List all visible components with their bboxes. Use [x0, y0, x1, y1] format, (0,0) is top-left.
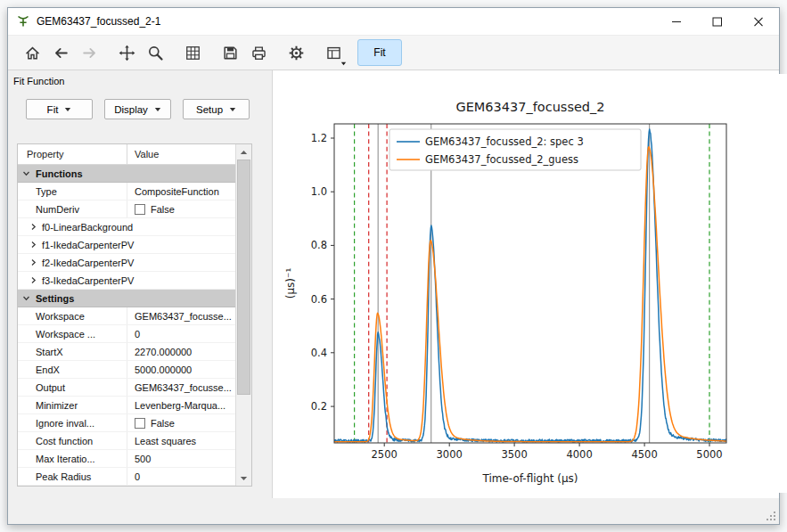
grid-icon — [184, 45, 201, 61]
scrollbar-thumb[interactable] — [237, 160, 250, 395]
section-settings[interactable]: Settings — [18, 290, 236, 307]
checkbox[interactable] — [135, 418, 145, 429]
print-button[interactable] — [245, 39, 272, 66]
x-tick-label: 2500 — [372, 448, 398, 461]
y-tick-label: 1.2 — [311, 132, 327, 144]
fit-panel-buttons: FitDisplaySetup — [8, 99, 265, 119]
property-value[interactable]: 5000.000000 — [127, 361, 236, 378]
scroll-down-icon[interactable] — [236, 471, 251, 486]
grid-button[interactable] — [179, 39, 206, 66]
titlebar[interactable]: GEM63437_focussed_2-1 — [8, 8, 779, 36]
property-value[interactable]: CompositeFunction — [127, 183, 236, 200]
app-window: GEM63437_focussed_2-1 Fit Fit Function F… — [7, 7, 780, 525]
fit-preview-plot[interactable]: 2500300035004000450050000.20.40.60.81.01… — [275, 74, 787, 493]
table-header: Property Value — [18, 144, 236, 165]
section-label: Settings — [36, 293, 74, 304]
property-row-workspace[interactable]: WorkspaceGEM63437_focusse... — [18, 307, 236, 325]
generate-script-button[interactable] — [320, 39, 347, 66]
property-value[interactable]: Least squares — [127, 432, 236, 449]
function-name: f1-IkedaCarpenterPV — [42, 240, 134, 250]
checkbox[interactable] — [135, 204, 145, 215]
close-button[interactable] — [738, 8, 779, 35]
property-name: Ignore inval... — [18, 418, 127, 429]
function-row-f0-linearbackground[interactable]: f0-LinearBackground — [18, 218, 236, 236]
property-value[interactable]: GEM63437_focusse... — [127, 307, 236, 324]
x-tick-label: 3000 — [437, 448, 463, 461]
maximize-button[interactable] — [697, 8, 738, 35]
legend-label: GEM63437_focussed_2_guess — [425, 153, 578, 166]
chevron-down-icon[interactable] — [22, 294, 30, 302]
function-row-f2-ikedacarpenterpv[interactable]: f2-IkedaCarpenterPV — [18, 254, 236, 272]
property-row-workspace[interactable]: Workspace ...0 — [18, 325, 236, 343]
maximize-icon — [712, 17, 723, 27]
property-name: Workspace — [18, 311, 127, 322]
setup-menu-button[interactable]: Setup — [183, 99, 250, 119]
plot-area[interactable]: 2500300035004000450050000.20.40.60.81.01… — [272, 70, 779, 498]
chevron-right-icon[interactable] — [29, 223, 37, 231]
property-row-ignore-inval[interactable]: Ignore inval...False — [18, 414, 236, 432]
save-button[interactable] — [217, 39, 243, 66]
property-name: Workspace ... — [18, 329, 127, 340]
chevron-down-icon[interactable] — [22, 169, 30, 177]
y-tick-label: 0.4 — [311, 347, 327, 359]
fit-button[interactable]: Fit — [357, 39, 402, 66]
zoom-icon — [147, 45, 164, 61]
table-scrollbar[interactable] — [235, 144, 251, 486]
property-row-startx[interactable]: StartX2270.000000 — [18, 343, 236, 361]
property-row-output[interactable]: OutputGEM63437_focusse... — [18, 379, 236, 397]
zoom-button[interactable] — [142, 39, 168, 66]
chevron-right-icon[interactable] — [29, 276, 37, 284]
forward-button[interactable] — [76, 39, 102, 66]
y-tick-label: 0.6 — [311, 293, 327, 306]
chevron-right-icon[interactable] — [29, 258, 37, 266]
close-icon — [753, 17, 764, 27]
property-row-minimizer[interactable]: MinimizerLevenberg-Marqua... — [18, 397, 236, 414]
property-name: Peak Radius — [18, 471, 127, 482]
y-tick-label: 0.2 — [311, 400, 327, 413]
property-value[interactable]: Levenberg-Marqua... — [127, 397, 236, 413]
plot-legend[interactable]: GEM63437_focussed_2: spec 3GEM63437_focu… — [389, 129, 641, 170]
checkbox-label: False — [151, 204, 175, 215]
resize-grip[interactable] — [765, 510, 777, 522]
property-row-max-iteratio[interactable]: Max Iteratio...500 — [18, 450, 236, 468]
back-button[interactable] — [47, 39, 74, 66]
desktop: GEM63437_focussed_2-1 Fit Fit Function F… — [0, 0, 787, 532]
x-tick-label: 4500 — [631, 448, 657, 461]
function-row-f1-ikedacarpenterpv[interactable]: f1-IkedaCarpenterPV — [18, 236, 236, 254]
property-value[interactable]: 0 — [127, 468, 236, 485]
chevron-right-icon[interactable] — [29, 241, 37, 249]
function-row-f3-ikedacarpenterpv[interactable]: f3-IkedaCarpenterPV — [18, 272, 236, 290]
property-value[interactable]: 2270.000000 — [127, 343, 236, 360]
property-name: Type — [18, 186, 127, 197]
x-tick-label: 4000 — [566, 448, 592, 461]
property-row-numderiv[interactable]: NumDerivFalse — [18, 201, 236, 218]
table-body: FunctionsTypeCompositeFunctionNumDerivFa… — [18, 165, 236, 486]
home-button[interactable] — [19, 39, 45, 66]
property-value[interactable]: GEM63437_focusse... — [127, 379, 236, 396]
scroll-up-icon[interactable] — [236, 144, 251, 160]
property-value[interactable]: 500 — [127, 450, 236, 467]
property-name: Output — [18, 382, 127, 393]
customize-button[interactable] — [283, 39, 309, 66]
function-name: f3-IkedaCarpenterPV — [42, 275, 134, 286]
dock-splitter[interactable] — [265, 70, 272, 524]
fit-menu-button[interactable]: Fit — [26, 99, 93, 119]
app-icon — [16, 14, 30, 29]
chevron-down-icon — [154, 107, 161, 112]
function-name: f0-LinearBackground — [42, 222, 133, 233]
property-value[interactable]: False — [127, 414, 236, 431]
pan-button[interactable] — [113, 39, 140, 66]
dropdown-arrow-icon[interactable] — [340, 61, 347, 66]
section-functions[interactable]: Functions — [18, 165, 236, 183]
column-header-value: Value — [127, 144, 236, 164]
property-row-cost-function[interactable]: Cost functionLeast squares — [18, 432, 236, 450]
property-row-type[interactable]: TypeCompositeFunction — [18, 183, 236, 201]
window-title: GEM63437_focussed_2-1 — [37, 15, 160, 28]
property-name: NumDeriv — [18, 204, 127, 215]
property-value[interactable]: 0 — [127, 325, 236, 342]
display-menu-button[interactable]: Display — [104, 99, 171, 119]
property-row-peak-radius[interactable]: Peak Radius0 — [18, 468, 236, 486]
property-value[interactable]: False — [127, 201, 236, 217]
minimize-button[interactable] — [656, 8, 697, 35]
property-row-endx[interactable]: EndX5000.000000 — [18, 361, 236, 379]
